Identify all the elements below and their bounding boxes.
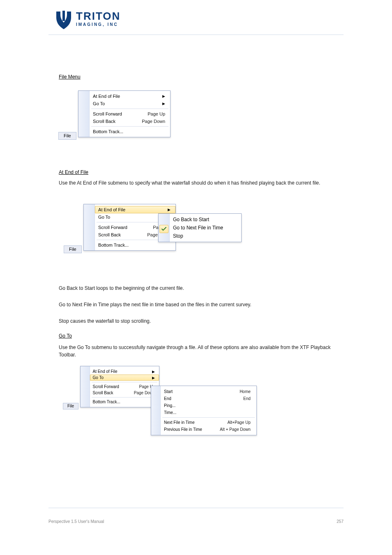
desc-go-to-next-file: Go to Next File in Time plays the next f… [59, 302, 251, 308]
file-menu-block-1: File At End of File ▶ Go To ▶ Scroll For… [59, 90, 171, 139]
submenu-arrow-icon: ▶ [152, 376, 155, 380]
logo: TRITON IMAGING, INC [55, 11, 392, 30]
desc-go-to: Use the Go To submenu to successfully na… [59, 344, 338, 358]
menu-gutter [78, 91, 90, 137]
checkmark-icon [159, 225, 168, 233]
footer-page-number: 257 [337, 519, 344, 524]
menu-item-at-end-of-file[interactable]: At End of File ▶ [95, 206, 175, 213]
submenu-arrow-icon: ▶ [162, 102, 165, 106]
page-footer: Perspective 1.5 User's Manual 257 [48, 519, 344, 524]
logo-subtitle: IMAGING, INC [76, 22, 120, 27]
menu-gutter [81, 366, 90, 407]
menu-separator [92, 382, 157, 382]
menu-item-go-to[interactable]: Go To ▶ [90, 100, 170, 107]
footer-doc-title: Perspective 1.5 User's Manual [48, 519, 104, 524]
svg-rect-0 [62, 11, 65, 21]
submenu-item-stop[interactable]: Stop [170, 232, 241, 240]
menu-item-scroll-forward[interactable]: Scroll Forward Page Up [90, 110, 170, 118]
heading-file-menu: File Menu [59, 74, 81, 80]
file-menu-tab[interactable]: File [63, 403, 78, 409]
menu-separator [91, 109, 168, 109]
logo-title: TRITON [76, 11, 120, 21]
submenu-item-go-back-to-start[interactable]: Go Back to Start [170, 215, 241, 224]
submenu-item-time[interactable]: Time... [161, 409, 256, 416]
submenu-item-prev-file[interactable]: Previous File in Time Alt + Page Down [161, 426, 256, 433]
heading-go-to: Go To [59, 333, 72, 339]
menu-item-at-end-of-file[interactable]: At End of File ▶ [90, 92, 170, 100]
file-menu-block-3: File At End of File ▶ Go To ▶ Scroll For… [63, 366, 159, 409]
heading-at-end-of-file: At End of File [59, 169, 88, 176]
menu-separator [92, 397, 157, 398]
desc-at-end-of-file: Use the At End of File submenu to specif… [59, 180, 320, 186]
menu-item-go-to[interactable]: Go To ▶ [90, 375, 159, 381]
submenu-arrow-icon: ▶ [162, 94, 165, 98]
menu-item-bottom-track[interactable]: Bottom Track... [90, 128, 170, 135]
submenu-arrow-icon: ▶ [152, 370, 155, 374]
menu-separator [91, 126, 168, 127]
menu-item-scroll-back[interactable]: Scroll Back Page Down [90, 390, 159, 396]
submenu-item-end[interactable]: End End [161, 395, 256, 402]
submenu-item-next-file[interactable]: Next File in Time Alt+Page Up [161, 419, 256, 426]
menu-item-bottom-track[interactable]: Bottom Track... [90, 399, 159, 405]
submenu-item-go-to-next-file[interactable]: Go to Next File in Time [170, 224, 241, 232]
file-menu-tab[interactable]: File [64, 245, 82, 253]
menu-item-at-end-of-file[interactable]: At End of File ▶ [90, 368, 159, 375]
menu-item-bottom-track[interactable]: Bottom Track... [95, 241, 175, 249]
logo-text: TRITON IMAGING, INC [76, 11, 120, 27]
submenu-item-start[interactable]: Start Home [161, 388, 256, 395]
submenu-go-to: Start Home End End Ping... Time... Ne [151, 386, 257, 435]
menu-item-scroll-back[interactable]: Scroll Back Page Down [90, 118, 170, 125]
menu-separator [162, 417, 255, 418]
submenu-arrow-icon: ▶ [167, 208, 171, 212]
footer-rule [48, 508, 344, 508]
menu-gutter [84, 204, 95, 250]
submenu-item-ping[interactable]: Ping... [161, 402, 256, 409]
header-rule [48, 35, 344, 35]
menu-gutter [151, 386, 161, 435]
triton-shield-icon [55, 11, 72, 30]
menu-item-scroll-forward[interactable]: Scroll Forward Page Up [90, 384, 159, 390]
menu-gutter [159, 214, 170, 242]
file-menu-tab[interactable]: File [58, 132, 76, 140]
submenu-at-end-of-file: Go Back to Start Go to Next File in Time… [158, 213, 242, 242]
desc-stop: Stop causes the waterfall to stop scroll… [59, 318, 151, 324]
desc-go-back-to-start: Go Back to Start loops to the beginning … [59, 285, 184, 291]
page-header: TRITON IMAGING, INC [0, 0, 392, 30]
